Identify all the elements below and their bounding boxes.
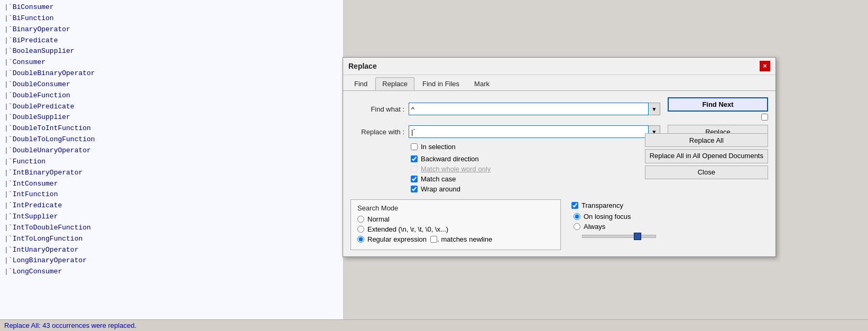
code-line: |`DoublePredicate <box>0 102 343 113</box>
search-mode-title: Search Mode <box>357 204 554 212</box>
match-whole-word-label: Match whole word only <box>421 165 491 173</box>
transparency-option-label: On losing focus <box>584 213 631 220</box>
code-line: |`DoubleToIntFunction <box>0 123 343 134</box>
transparency-radio[interactable] <box>574 223 580 230</box>
search-mode-radio-regex[interactable] <box>357 236 364 243</box>
search-mode-option-normal: Normal <box>357 215 554 223</box>
code-line: |`IntToLongFunction <box>0 234 343 245</box>
search-mode-radio-normal[interactable] <box>357 216 364 223</box>
find-dropdown-button[interactable]: ▼ <box>649 103 660 115</box>
dialog-titlebar: Replace × <box>343 58 775 75</box>
in-selection-checkbox[interactable] <box>411 143 418 150</box>
backward-direction-checkbox[interactable] <box>411 155 418 162</box>
tab-replace[interactable]: Replace <box>375 77 414 90</box>
transparency-box: Transparency On losing focus Always <box>571 199 768 250</box>
lower-section: Search Mode Normal Extended (\n, \r, \t,… <box>350 199 768 250</box>
code-line: |`Consumer <box>0 57 343 68</box>
code-line: |`DoubleUnaryOperator <box>0 145 343 157</box>
match-case-label: Match case <box>421 175 456 183</box>
code-line: |`IntConsumer <box>0 179 343 190</box>
checkboxes-area: Backward direction Match whole word only… <box>350 155 638 193</box>
slider-row <box>571 235 768 238</box>
close-button[interactable]: Close <box>645 166 768 179</box>
code-line: |`BiConsumer <box>0 2 343 13</box>
search-mode-label-normal: Normal <box>367 215 390 223</box>
search-mode-label-regex: Regular expression <box>367 235 427 243</box>
transparency-label: Transparency <box>581 201 623 209</box>
code-line: |`DoubleConsumer <box>0 79 343 90</box>
search-mode-option-extended: Extended (\n, \r, \t, \0, \x...) <box>357 225 554 233</box>
code-line: |`IntToDoubleFunction <box>0 223 343 234</box>
transparency-checkbox[interactable] <box>571 202 578 209</box>
search-mode-radio-extended[interactable] <box>357 226 364 233</box>
wrap-around-row: Wrap around <box>411 185 638 193</box>
status-message: Replace All: 43 occurrences were replace… <box>4 321 136 329</box>
options-left: In selection Backward direction Match wh… <box>350 143 638 195</box>
replace-label: Replace with : <box>350 128 409 136</box>
code-line: |`LongBinaryOperator <box>0 255 343 266</box>
code-line: |`IntBinaryOperator <box>0 168 343 179</box>
dialog-title: Replace <box>348 62 377 70</box>
code-line: |`BiPredicate <box>0 35 343 47</box>
transparency-option-label: Always <box>584 223 605 231</box>
right-buttons: Replace All Replace All in All Opened Do… <box>645 114 768 179</box>
code-line: |`BooleanSupplier <box>0 46 343 57</box>
in-selection-row: In selection <box>411 143 638 151</box>
code-line: |`DoubleBinaryOperator <box>0 68 343 79</box>
dialog-body: Find what : ▼ Find Next Replace with : ▼ <box>343 91 775 256</box>
transparency-radio[interactable] <box>574 213 580 220</box>
code-line: |`DoubleSupplier <box>0 112 343 123</box>
tab-find-in-files[interactable]: Find in Files <box>415 77 466 90</box>
code-line: |`IntSupplier <box>0 212 343 223</box>
replace-all-button[interactable]: Replace All <box>645 133 768 147</box>
matches-newline-checkbox[interactable] <box>430 236 437 243</box>
backward-direction-row: Backward direction <box>411 155 638 163</box>
backward-direction-label: Backward direction <box>421 155 479 163</box>
transparency-options: On losing focus Always <box>571 213 768 231</box>
code-line: |`IntUnaryOperator <box>0 245 343 256</box>
code-line: |`Function <box>0 157 343 168</box>
match-case-checkbox[interactable] <box>411 176 418 182</box>
code-line: |`IntFunction <box>0 189 343 200</box>
find-input-container: ▼ <box>409 103 660 115</box>
in-selection-label: In selection <box>421 143 456 151</box>
dialog-close-button[interactable]: × <box>760 61 770 71</box>
replace-input[interactable] <box>409 125 649 138</box>
code-line: |`DoubleFunction <box>0 90 343 102</box>
find-label: Find what : <box>350 105 409 113</box>
match-whole-word-checkbox[interactable] <box>411 166 418 172</box>
find-next-button[interactable]: Find Next <box>668 97 768 112</box>
code-line: |`BiFunction <box>0 13 343 24</box>
transparency-option-always: Always <box>574 223 768 231</box>
replace-dialog: Replace × FindReplaceFind in FilesMark F… <box>343 57 776 257</box>
transparency-slider-thumb[interactable] <box>634 233 641 240</box>
transparency-title-row: Transparency <box>571 201 768 209</box>
code-line: |`DoubleToLongFunction <box>0 134 343 145</box>
wrap-around-checkbox[interactable] <box>411 186 418 192</box>
replace-all-in-all-button[interactable]: Replace All in All Opened Documents <box>645 149 768 163</box>
code-line: |`LongConsumer <box>0 266 343 278</box>
search-mode-box: Search Mode Normal Extended (\n, \r, \t,… <box>350 199 561 250</box>
code-line: |`IntPredicate <box>0 200 343 212</box>
match-whole-word-row: Match whole word only <box>411 165 638 173</box>
tab-mark[interactable]: Mark <box>467 77 496 90</box>
wrap-around-label: Wrap around <box>421 185 460 193</box>
code-editor: |`BiConsumer|`BiFunction|`BinaryOperator… <box>0 0 344 331</box>
transparency-slider-track <box>582 235 656 238</box>
search-mode-option-regex: Regular expression . matches newline <box>357 235 554 243</box>
options-buttons-row: In selection Backward direction Match wh… <box>350 143 768 195</box>
tab-bar: FindReplaceFind in FilesMark <box>343 75 775 91</box>
status-bar: Replace All: 43 occurrences were replace… <box>0 319 868 331</box>
search-mode-label-extended: Extended (\n, \r, \t, \0, \x...) <box>367 225 448 233</box>
tab-find[interactable]: Find <box>347 77 374 90</box>
replace-input-container: ▼ <box>409 125 660 138</box>
transparency-option-on-losing-focus: On losing focus <box>574 213 768 220</box>
code-line: |`BinaryOperator <box>0 24 343 35</box>
match-case-row: Match case <box>411 175 638 183</box>
matches-newline-label: . matches newline <box>437 235 492 243</box>
find-input[interactable] <box>409 103 649 115</box>
